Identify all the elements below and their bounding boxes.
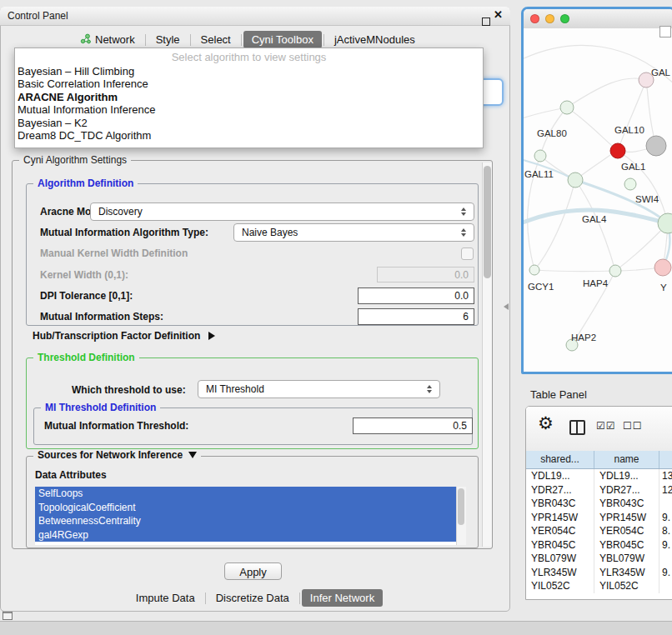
tab-network[interactable]: Network bbox=[72, 31, 143, 49]
network-node[interactable] bbox=[624, 178, 636, 190]
algorithm-option[interactable]: Mutual Information Inference bbox=[15, 103, 483, 116]
mi-steps-label: Mutual Information Steps: bbox=[40, 311, 163, 322]
panel-splitter-arrow[interactable] bbox=[504, 303, 509, 310]
network-node[interactable] bbox=[529, 265, 539, 275]
table-row[interactable]: YPR145WYPR145W9. bbox=[526, 511, 672, 525]
tab-select[interactable]: Select bbox=[193, 31, 239, 48]
panel-title: Control Panel bbox=[8, 10, 68, 22]
network-node-label: HAP2 bbox=[571, 332, 596, 342]
data-attributes-list[interactable]: SelfLoopsTopologicalCoefficientBetweenne… bbox=[35, 487, 456, 545]
table-row[interactable]: YER054CYER054C8. bbox=[526, 524, 672, 538]
tab-cyni-toolbox[interactable]: Cyni Toolbox bbox=[243, 31, 322, 48]
table-cell: 13 bbox=[659, 469, 672, 483]
column-header[interactable]: shared... bbox=[526, 451, 594, 468]
aracne-mode-combo[interactable]: Discovery bbox=[90, 202, 474, 221]
table-cell: YDR27... bbox=[526, 483, 594, 498]
mi-type-combo[interactable]: Naive Bayes bbox=[233, 223, 474, 242]
threshold-definition-group: Threshold Definition Which threshold to … bbox=[26, 358, 479, 449]
algorithm-dropdown-popup: Select algorithm to view settings Bayesi… bbox=[14, 48, 484, 148]
apply-button[interactable]: Apply bbox=[224, 562, 282, 580]
table-row[interactable]: YBR043CYBR043C bbox=[526, 497, 672, 511]
network-node[interactable] bbox=[568, 172, 583, 188]
table-row[interactable]: YDR27...YDR27...12 bbox=[526, 483, 672, 498]
data-attributes-label: Data Attributes bbox=[35, 469, 107, 481]
scrollbar-thumb[interactable] bbox=[458, 488, 464, 525]
table-cell: 9. bbox=[659, 538, 672, 552]
algorithm-option[interactable]: ARACNE Algorithm bbox=[15, 91, 483, 103]
table-cell: YBR043C bbox=[594, 497, 659, 511]
network-node[interactable] bbox=[646, 136, 666, 156]
settings-scrollbar[interactable] bbox=[482, 162, 492, 547]
table-row[interactable]: YBR045CYBR045C9. bbox=[526, 538, 672, 552]
expand-right-icon[interactable] bbox=[208, 332, 215, 340]
tab-style[interactable]: Style bbox=[148, 31, 188, 48]
network-node[interactable] bbox=[560, 101, 574, 114]
column-header[interactable]: name bbox=[594, 451, 659, 468]
manual-kernel-checkbox[interactable] bbox=[461, 248, 474, 260]
tab-impute-data[interactable]: Impute Data bbox=[128, 589, 203, 607]
float-window-icon[interactable] bbox=[482, 18, 490, 26]
attribute-item[interactable]: TopologicalCoefficient bbox=[35, 501, 456, 515]
network-node[interactable] bbox=[610, 143, 625, 158]
attribute-item[interactable]: SelfLoops bbox=[35, 487, 456, 501]
table-body[interactable]: YDL19...YDL19...13YDR27...YDR27...12YBR0… bbox=[526, 469, 672, 599]
network-canvas[interactable]: GALGAL80GAL10GAL11GAL1SWI4GAL4GCY1HAP4HA… bbox=[524, 28, 672, 372]
algorithm-option[interactable]: Dream8 DC_TDC Algorithm bbox=[15, 129, 483, 142]
network-view-window: GALGAL80GAL10GAL11GAL1SWI4GAL4GCY1HAP4HA… bbox=[521, 7, 672, 374]
network-node[interactable] bbox=[654, 259, 671, 276]
table-cell: YPR145W bbox=[594, 511, 659, 525]
which-threshold-combo[interactable]: MI Threshold bbox=[198, 380, 440, 398]
table-row[interactable]: YIL052CYIL052C bbox=[526, 579, 672, 593]
cyni-algorithm-settings-group: Cyni Algorithm Settings Algorithm Defini… bbox=[12, 160, 493, 549]
minimize-traffic-light[interactable] bbox=[545, 14, 554, 23]
sources-toggle[interactable]: Sources for Network Inference bbox=[33, 449, 201, 461]
table-cell bbox=[659, 497, 672, 511]
deselect-all-icon[interactable]: ☐☐ bbox=[623, 420, 643, 432]
table-cell: YBL079W bbox=[594, 552, 659, 566]
algorithm-option[interactable]: Bayesian – K2 bbox=[15, 117, 483, 129]
network-node[interactable] bbox=[534, 150, 546, 162]
tab-label: Style bbox=[156, 33, 180, 46]
table-row[interactable]: YDL19...YDL19...13 bbox=[526, 469, 672, 483]
table-cell: YBR043C bbox=[526, 497, 594, 511]
control-panel-titlebar[interactable]: Control Panel ✕ bbox=[0, 7, 510, 26]
tab-infer-network[interactable]: Infer Network bbox=[302, 589, 383, 607]
table-cell: YDL19... bbox=[526, 469, 594, 483]
tab-separator bbox=[205, 592, 206, 604]
network-node-label: GAL1 bbox=[621, 162, 645, 172]
close-icon[interactable]: ✕ bbox=[494, 8, 503, 21]
column-header[interactable] bbox=[659, 451, 672, 468]
table-cell: YDL19... bbox=[594, 469, 659, 483]
gear-icon[interactable]: ⚙ bbox=[538, 413, 554, 433]
column-selector-icon[interactable] bbox=[569, 420, 585, 435]
mi-threshold-input[interactable] bbox=[353, 418, 473, 434]
algorithm-option[interactable]: Basic Correlation Inference bbox=[15, 78, 483, 90]
table-row[interactable]: YLR345WYLR345W9. bbox=[526, 566, 672, 580]
table-cell: YLR345W bbox=[594, 566, 659, 580]
select-all-icon[interactable]: ☑☑ bbox=[596, 420, 616, 432]
table-row[interactable]: YBL079WYBL079W bbox=[526, 552, 672, 566]
mi-threshold-group: MI Threshold Definition Mutual Informati… bbox=[33, 408, 473, 445]
close-traffic-light[interactable] bbox=[530, 14, 539, 23]
dpi-tolerance-input[interactable] bbox=[358, 288, 474, 304]
network-window-titlebar[interactable] bbox=[524, 9, 672, 29]
algorithm-option[interactable]: Bayesian – Hill Climbing bbox=[15, 65, 483, 78]
mi-steps-input[interactable] bbox=[358, 308, 474, 325]
collapse-down-icon[interactable] bbox=[188, 452, 197, 458]
table-cell: YIL052C bbox=[526, 579, 594, 593]
table-cell: YBL079W bbox=[526, 552, 594, 566]
attribute-item[interactable]: BetweennessCentrality bbox=[35, 514, 456, 528]
kernel-width-label: Kernel Width (0,1): bbox=[40, 269, 128, 281]
hub-definition-toggle[interactable]: Hub/Transcription Factor Definition bbox=[33, 330, 215, 342]
tab-discretize-data[interactable]: Discretize Data bbox=[208, 589, 298, 607]
scrollbar-thumb[interactable] bbox=[484, 166, 491, 278]
network-node[interactable] bbox=[609, 265, 621, 277]
attributes-scrollbar[interactable] bbox=[456, 487, 466, 545]
table-cell: 12 bbox=[659, 483, 672, 498]
tab-jactivemnodules[interactable]: jActiveMNodules bbox=[326, 31, 424, 48]
table-cell: 9. bbox=[659, 511, 672, 525]
attribute-item[interactable]: gal4RGexp bbox=[35, 528, 456, 542]
zoom-traffic-light[interactable] bbox=[560, 14, 569, 23]
tab-separator bbox=[323, 34, 324, 46]
hub-definition-label: Hub/Transcription Factor Definition bbox=[33, 330, 200, 342]
